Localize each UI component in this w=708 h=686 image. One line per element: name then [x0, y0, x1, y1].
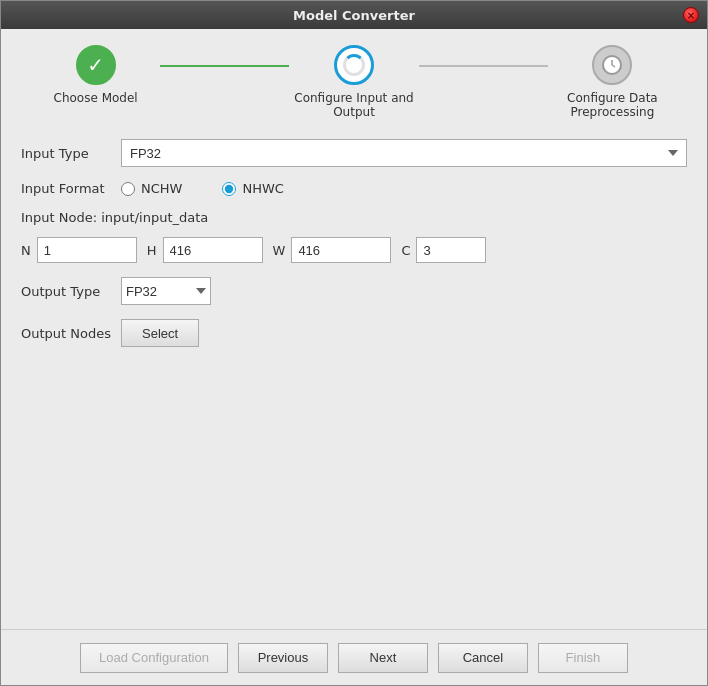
clock-icon: [601, 54, 623, 76]
steps-indicator: ✓ Choose Model Configure Input and Outpu…: [21, 45, 687, 119]
next-button[interactable]: Next: [338, 643, 428, 673]
footer: Load Configuration Previous Next Cancel …: [1, 629, 707, 685]
step-configure-io: Configure Input and Output: [289, 45, 418, 119]
input-type-select[interactable]: FP32 FP16 INT8 UINT8: [121, 139, 687, 167]
select-button[interactable]: Select: [121, 319, 199, 347]
n-input[interactable]: [37, 237, 137, 263]
nhwc-label: NHWC: [242, 181, 283, 196]
content-area: ✓ Choose Model Configure Input and Outpu…: [1, 29, 707, 629]
window-title: Model Converter: [293, 8, 415, 23]
input-node-row: Input Node: input/input_data: [21, 210, 687, 225]
c-input[interactable]: [416, 237, 486, 263]
step-2-label: Configure Input and Output: [294, 91, 414, 119]
nhwc-radio[interactable]: [222, 182, 236, 196]
h-field: H: [147, 237, 263, 263]
c-field: C: [401, 237, 486, 263]
w-label: W: [273, 243, 286, 258]
output-type-label: Output Type: [21, 284, 121, 299]
n-field: N: [21, 237, 137, 263]
input-node-label: Input Node: input/input_data: [21, 210, 208, 225]
output-nodes-label: Output Nodes: [21, 326, 121, 341]
spin-icon: [343, 54, 365, 76]
nchw-radio-label[interactable]: NCHW: [121, 181, 182, 196]
check-icon: ✓: [87, 53, 104, 77]
cancel-button[interactable]: Cancel: [438, 643, 528, 673]
step-2-circle: [334, 45, 374, 85]
input-format-row: Input Format NCHW NHWC: [21, 181, 687, 196]
connector-1: [160, 65, 289, 67]
connector-2: [419, 65, 548, 67]
output-nodes-row: Output Nodes Select: [21, 319, 687, 347]
titlebar: Model Converter ×: [1, 1, 707, 29]
form-section: Input Type FP32 FP16 INT8 UINT8 Input Fo…: [21, 139, 687, 629]
output-type-row: Output Type FP32 FP16 INT8: [21, 277, 687, 305]
previous-button[interactable]: Previous: [238, 643, 328, 673]
input-type-row: Input Type FP32 FP16 INT8 UINT8: [21, 139, 687, 167]
nchw-label: NCHW: [141, 181, 182, 196]
h-label: H: [147, 243, 157, 258]
finish-button[interactable]: Finish: [538, 643, 628, 673]
step-1-label: Choose Model: [54, 91, 138, 105]
close-button[interactable]: ×: [683, 7, 699, 23]
step-choose-model: ✓ Choose Model: [31, 45, 160, 105]
c-label: C: [401, 243, 410, 258]
main-window: Model Converter × ✓ Choose Model Configu…: [0, 0, 708, 686]
step-1-circle: ✓: [76, 45, 116, 85]
h-input[interactable]: [163, 237, 263, 263]
load-configuration-button[interactable]: Load Configuration: [80, 643, 228, 673]
step-configure-preprocessing: Configure Data Preprocessing: [548, 45, 677, 119]
step-3-label: Configure Data Preprocessing: [552, 91, 672, 119]
input-type-label: Input Type: [21, 146, 121, 161]
output-type-select[interactable]: FP32 FP16 INT8: [121, 277, 211, 305]
w-field: W: [273, 237, 392, 263]
step-3-circle: [592, 45, 632, 85]
input-format-radio-group: NCHW NHWC: [121, 181, 687, 196]
nhwc-dimensions-row: N H W C: [21, 237, 687, 263]
input-format-label: Input Format: [21, 181, 121, 196]
w-input[interactable]: [291, 237, 391, 263]
nchw-radio[interactable]: [121, 182, 135, 196]
nhwc-radio-label[interactable]: NHWC: [222, 181, 283, 196]
n-label: N: [21, 243, 31, 258]
